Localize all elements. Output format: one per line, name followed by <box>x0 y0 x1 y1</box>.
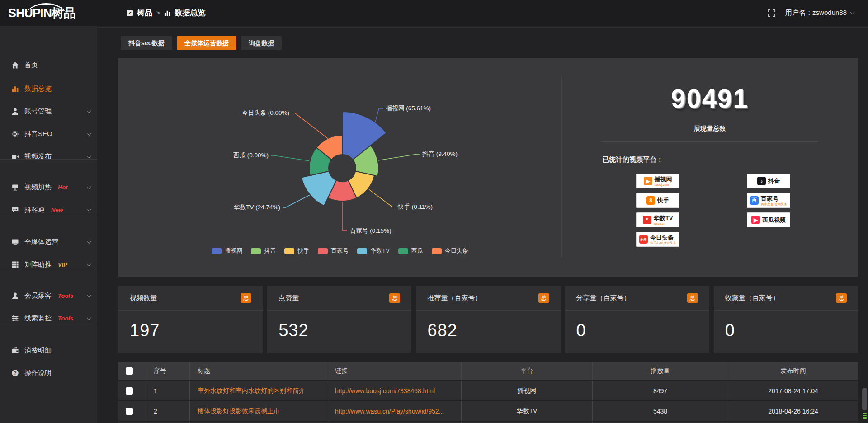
legend-item-西瓜[interactable]: 西瓜 <box>398 247 423 255</box>
stat-card-4: 分享量（百家号）总0 <box>565 286 709 353</box>
label-leader-华数TV <box>283 195 310 207</box>
sidebar-item-8[interactable]: 全媒体运营 <box>0 230 97 253</box>
table-row-1: 1室外水纹灯和室内水纹灯的区别和简介http://www.boosj.com/7… <box>118 381 858 400</box>
sidebar-item-3[interactable]: 账号管理 <box>0 100 97 122</box>
monitor-icon <box>11 238 19 246</box>
platform-badge-今日头条: 头条今日头条你关心的 才是头条 <box>636 232 679 247</box>
stat-card-1: 视频数量总197 <box>118 286 263 353</box>
chevron-down-icon <box>850 10 854 14</box>
legend-label: 百家号 <box>331 247 349 255</box>
platforms-title: 已统计的视频平台： <box>602 155 663 164</box>
stat-card-5: 收藏量（百家号）总0 <box>714 286 858 353</box>
pie-label-快手: 快手 (0.11%) <box>397 203 433 210</box>
row-checkbox[interactable] <box>126 408 133 415</box>
sidebar-item-5[interactable]: 视频发布 <box>0 145 97 168</box>
sidebar-item-2[interactable]: 数据总览 <box>0 77 97 100</box>
legend-item-今日头条[interactable]: 今日头条 <box>432 247 468 255</box>
sidebar-item-6[interactable]: 视频加热Hot <box>0 176 97 198</box>
tab-1[interactable]: 抖音seo数据 <box>121 36 172 50</box>
video-url-link[interactable]: http://www.boosj.com/7338468.html <box>335 387 435 395</box>
sidebar-divider <box>0 215 97 215</box>
platform-badge-播视网: ▶播视网boosj.com <box>636 174 679 188</box>
sidebar-item-badge: Hot <box>58 184 68 191</box>
summary-divider <box>601 141 818 142</box>
sidebar-item-label: 全媒体运营 <box>24 238 58 246</box>
breadcrumb-root[interactable]: 树品 <box>137 8 152 18</box>
legend-item-抖音[interactable]: 抖音 <box>251 247 276 255</box>
videos-table: 序号标题链接平台播放量发布时间1室外水纹灯和室内水纹灯的区别和简介http://… <box>118 362 858 423</box>
legend-swatch <box>357 248 367 254</box>
svg-text:?: ? <box>14 371 16 376</box>
breadcrumb-current[interactable]: 数据总览 <box>175 8 206 18</box>
chevron-down-icon <box>87 207 91 212</box>
bar-chart-icon <box>11 85 19 93</box>
sliders-icon <box>11 315 19 322</box>
table-header-row: 序号标题链接平台播放量发布时间 <box>118 362 858 380</box>
sidebar-item-label: 首页 <box>24 61 38 70</box>
legend-item-百家号[interactable]: 百家号 <box>318 247 349 255</box>
video-url-link[interactable]: http://www.wasu.cn/Play/show/id/952... <box>335 408 444 415</box>
stat-card-header: 点赞量总 <box>267 286 411 311</box>
row-checkbox-cell <box>118 401 146 421</box>
pie-label-百家号: 百家号 (0.15%) <box>350 227 392 234</box>
total-badge: 总 <box>389 293 400 303</box>
cell-time: 2017-08-24 17:04 <box>728 381 858 400</box>
column-header-4: 平台 <box>462 362 593 380</box>
sidebar: 首页数据总览账号管理抖音SEO视频发布视频加热Hot抖客通New全媒体运营矩阵助… <box>0 26 97 423</box>
platform-name: 华数TV <box>654 215 673 221</box>
sidebar-item-12[interactable]: 消费明细 <box>0 339 97 362</box>
platform-badge-百家号: 百百家号百家之言 皆为头条 <box>747 193 790 208</box>
heat-icon <box>11 183 19 191</box>
tab-2[interactable]: 全媒体运营数据 <box>177 36 236 50</box>
app-logo[interactable]: SHUPIN树品 <box>8 5 90 21</box>
sidebar-item-11[interactable]: 线索监控Tools <box>0 307 97 329</box>
help-icon: ? <box>11 369 19 377</box>
chevron-down-icon <box>87 131 91 136</box>
sidebar-item-9[interactable]: 矩阵助推VIP <box>0 253 97 276</box>
legend-swatch <box>432 248 442 254</box>
label-leader-快手 <box>369 189 395 207</box>
pie-label-今日头条: 今日头条 (0.00%) <box>242 109 289 116</box>
sidebar-item-4[interactable]: 抖音SEO <box>0 122 97 145</box>
platform-sub: 百家之言 皆为头条 <box>761 202 787 206</box>
sidebar-item-label: 操作说明 <box>24 369 52 377</box>
stat-card-value: 197 <box>118 311 263 340</box>
home-icon <box>11 61 19 69</box>
stat-card-header: 分享量（百家号）总 <box>565 286 709 311</box>
legend-label: 快手 <box>297 247 309 255</box>
platform-name: 百家号 <box>761 196 778 202</box>
stat-card-title: 推荐量（百家号） <box>427 294 481 302</box>
scrollbar-thumb[interactable] <box>862 388 867 410</box>
legend-item-快手[interactable]: 快手 <box>284 247 309 255</box>
platform-logo-icon: ▶ <box>644 177 652 185</box>
platform-name: 今日头条 <box>650 235 674 240</box>
chevron-down-icon <box>87 108 91 113</box>
total-badge: 总 <box>538 293 549 303</box>
sidebar-item-7[interactable]: 抖客通New <box>0 198 97 221</box>
sidebar-item-10[interactable]: 会员爆客Tools <box>0 284 97 307</box>
label-leader-播视网 <box>375 108 383 122</box>
fullscreen-icon[interactable] <box>768 9 775 17</box>
tab-3[interactable]: 询盘数据 <box>241 36 282 50</box>
label-leader-西瓜 <box>271 155 309 161</box>
legend-swatch <box>318 248 328 254</box>
label-leader-今日头条 <box>292 113 328 139</box>
legend-item-华数TV[interactable]: 华数TV <box>357 247 390 255</box>
sidebar-item-label: 线索监控 <box>24 314 52 323</box>
stat-card-value: 0 <box>714 311 858 340</box>
video-title-link[interactable]: 楼体投影灯投影效果震撼上市 <box>198 407 280 415</box>
sidebar-item-label: 会员爆客 <box>24 291 52 300</box>
sidebar-item-1[interactable]: 首页 <box>0 54 97 76</box>
user-menu[interactable]: 用户名：zswodun88 <box>785 9 853 17</box>
breadcrumb-separator: > <box>156 9 160 16</box>
sidebar-item-13[interactable]: ?操作说明 <box>0 362 97 384</box>
row-checkbox[interactable] <box>126 387 133 395</box>
legend-label: 西瓜 <box>411 247 423 255</box>
video-title-link[interactable]: 室外水纹灯和室内水纹灯的区别和简介 <box>198 387 305 395</box>
legend-item-播视网[interactable]: 播视网 <box>212 247 242 255</box>
sidebar-item-label: 消费明细 <box>24 346 52 355</box>
select-all-checkbox[interactable] <box>126 367 133 375</box>
pie-slice-华数TV[interactable] <box>302 171 336 206</box>
stat-card-value: 682 <box>416 311 560 340</box>
cell-plays: 5438 <box>593 401 728 421</box>
